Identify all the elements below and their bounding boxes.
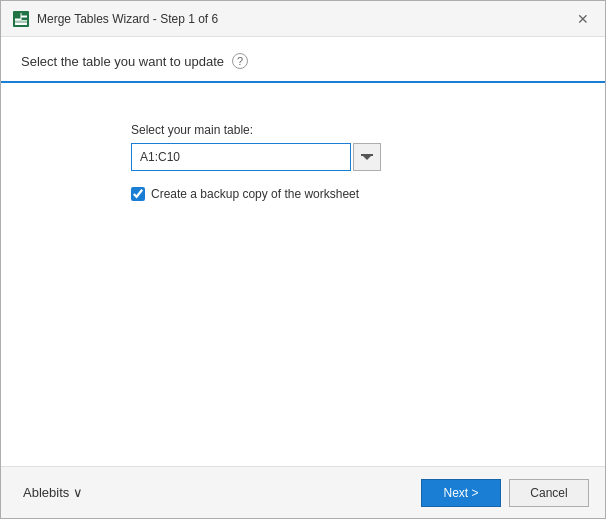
backup-checkbox-label[interactable]: Create a backup copy of the worksheet	[151, 187, 359, 201]
field-label: Select your main table:	[131, 123, 381, 137]
range-select-button[interactable]	[353, 143, 381, 171]
next-button[interactable]: Next >	[421, 479, 501, 507]
svg-rect-4	[22, 17, 28, 20]
main-content: Select your main table: Create a backup …	[1, 83, 605, 466]
backup-checkbox[interactable]	[131, 187, 145, 201]
brand-label: Ablebits	[23, 485, 69, 500]
title-bar: Merge Tables Wizard - Step 1 of 6 ✕	[1, 1, 605, 37]
header-title-row: Select the table you want to update ?	[21, 53, 585, 69]
svg-rect-5	[15, 20, 27, 23]
field-group: Select your main table: Create a backup …	[131, 123, 381, 201]
collapse-icon	[360, 150, 374, 164]
checkbox-row: Create a backup copy of the worksheet	[131, 187, 381, 201]
svg-rect-6	[361, 154, 373, 156]
content-area: Select the table you want to update ? Se…	[1, 37, 605, 466]
range-input[interactable]	[131, 143, 351, 171]
input-row	[131, 143, 381, 171]
wizard-window: Merge Tables Wizard - Step 1 of 6 ✕ Sele…	[0, 0, 606, 519]
close-button[interactable]: ✕	[573, 9, 593, 29]
brand-button[interactable]: Ablebits ∨	[17, 481, 89, 504]
header-section: Select the table you want to update ?	[1, 37, 605, 83]
brand-dropdown-icon: ∨	[73, 485, 83, 500]
app-icon	[13, 11, 29, 27]
help-icon[interactable]: ?	[232, 53, 248, 69]
svg-marker-7	[363, 156, 371, 160]
svg-rect-2	[15, 13, 21, 19]
window-title: Merge Tables Wizard - Step 1 of 6	[37, 12, 218, 26]
svg-rect-3	[22, 13, 28, 16]
cancel-button[interactable]: Cancel	[509, 479, 589, 507]
header-title-text: Select the table you want to update	[21, 54, 224, 69]
footer: Ablebits ∨ Next > Cancel	[1, 466, 605, 518]
title-bar-left: Merge Tables Wizard - Step 1 of 6	[13, 11, 218, 27]
footer-right: Next > Cancel	[421, 479, 589, 507]
